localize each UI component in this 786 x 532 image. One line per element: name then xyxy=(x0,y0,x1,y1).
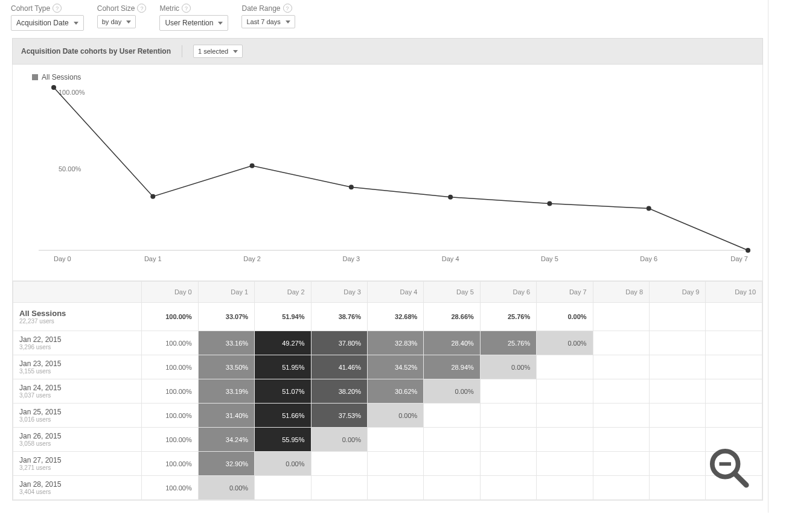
cohort-type-dropdown[interactable]: Acquisition Date xyxy=(11,15,84,31)
retention-cell xyxy=(650,379,706,404)
summary-row: All Sessions22,237 users100.00%33.07%51.… xyxy=(13,303,762,331)
table-row: Jan 22, 20153,296 users100.00%33.16%49.2… xyxy=(13,331,762,355)
x-tick: Day 1 xyxy=(144,255,162,262)
table-row: Jan 23, 20153,155 users100.00%33.50%51.9… xyxy=(13,355,762,379)
retention-cell: 31.40% xyxy=(198,404,254,428)
table-header-day: Day 6 xyxy=(480,282,536,303)
x-tick: Day 7 xyxy=(730,255,748,262)
retention-cell xyxy=(650,476,706,500)
table-row: Jan 28, 20153,404 users100.00%0.00% xyxy=(13,476,762,500)
date-range-dropdown[interactable]: Last 7 days xyxy=(241,15,295,28)
series-selector-dropdown[interactable]: 1 selected xyxy=(193,45,243,58)
help-icon[interactable]: ? xyxy=(137,4,146,13)
retention-cell: 100.00% xyxy=(142,476,198,500)
retention-cell xyxy=(480,404,536,428)
retention-cell xyxy=(367,476,423,500)
retention-cell: 41.46% xyxy=(311,355,367,379)
retention-cell: 25.76% xyxy=(480,331,536,355)
data-point xyxy=(150,194,155,199)
retention-cell: 49.27% xyxy=(255,331,311,355)
retention-cell: 32.68% xyxy=(367,303,423,331)
retention-cell xyxy=(706,404,762,428)
help-icon[interactable]: ? xyxy=(283,4,292,13)
retention-cell xyxy=(255,476,311,500)
retention-cell: 0.00% xyxy=(255,452,311,476)
retention-cell xyxy=(706,355,762,379)
retention-cell: 0.00% xyxy=(424,379,480,404)
retention-cell xyxy=(706,428,762,452)
report-header: Acquisition Date cohorts by User Retenti… xyxy=(12,38,763,65)
retention-cell xyxy=(650,303,706,331)
cohort-size-dropdown[interactable]: by day xyxy=(97,15,136,28)
x-tick: Day 4 xyxy=(442,255,459,262)
retention-cell xyxy=(706,379,762,404)
cohort-type-label: Cohort Type xyxy=(11,4,50,13)
x-tick: Day 5 xyxy=(541,255,558,262)
chart-legend: All Sessions xyxy=(32,73,752,81)
retention-cell xyxy=(424,452,480,476)
help-icon[interactable]: ? xyxy=(182,4,191,13)
retention-cell xyxy=(650,452,706,476)
retention-cell: 55.95% xyxy=(255,428,311,452)
x-tick: Day 2 xyxy=(243,255,261,262)
retention-cell: 37.80% xyxy=(311,331,367,355)
metric-label: Metric xyxy=(159,4,179,13)
retention-cell: 33.16% xyxy=(198,331,254,355)
retention-cell xyxy=(480,428,536,452)
retention-cell: 33.50% xyxy=(198,355,254,379)
retention-cell xyxy=(650,404,706,428)
table-header-day: Day 2 xyxy=(255,282,311,303)
table-header-day: Day 0 xyxy=(142,282,198,303)
retention-cell xyxy=(650,331,706,355)
retention-cell: 28.40% xyxy=(424,331,480,355)
retention-cell: 0.00% xyxy=(198,476,254,500)
retention-cell xyxy=(593,379,649,404)
row-label: Jan 27, 20153,271 users xyxy=(13,452,142,476)
retention-cell: 37.53% xyxy=(311,404,367,428)
row-label: Jan 22, 20153,296 users xyxy=(13,331,142,355)
table-header-day: Day 4 xyxy=(367,282,423,303)
data-point xyxy=(250,163,255,168)
retention-cell xyxy=(537,476,593,500)
data-point xyxy=(51,85,56,90)
retention-cell xyxy=(367,452,423,476)
retention-cell: 100.00% xyxy=(142,303,198,331)
retention-cell xyxy=(706,331,762,355)
retention-cell: 0.00% xyxy=(537,303,593,331)
retention-cell: 51.95% xyxy=(255,355,311,379)
retention-cell xyxy=(706,452,762,476)
table-header-day: Day 9 xyxy=(650,282,706,303)
y-tick-50: 50.00% xyxy=(59,165,81,173)
retention-cell: 100.00% xyxy=(142,452,198,476)
retention-cell: 100.00% xyxy=(142,379,198,404)
data-point xyxy=(448,195,453,200)
cohort-size-label: Cohort Size xyxy=(97,4,135,13)
retention-cell xyxy=(367,428,423,452)
chevron-down-icon xyxy=(74,22,78,25)
retention-cell: 25.76% xyxy=(480,303,536,331)
metric-dropdown[interactable]: User Retention xyxy=(159,15,228,31)
chevron-down-icon xyxy=(218,22,223,25)
table-row: Jan 26, 20153,058 users100.00%34.24%55.9… xyxy=(13,428,762,452)
retention-cell xyxy=(311,476,367,500)
retention-cell xyxy=(480,452,536,476)
retention-cell xyxy=(593,428,649,452)
row-label: Jan 25, 20153,016 users xyxy=(13,404,142,428)
chevron-down-icon xyxy=(286,21,290,24)
retention-chart: All Sessions 100.00%50.00%Day 0Day 1Day … xyxy=(12,65,763,281)
help-icon[interactable]: ? xyxy=(53,4,62,13)
table-header-day: Day 7 xyxy=(537,282,593,303)
legend-swatch xyxy=(32,74,38,80)
retention-cell xyxy=(537,355,593,379)
retention-cell: 100.00% xyxy=(142,331,198,355)
retention-cell: 51.94% xyxy=(255,303,311,331)
data-point xyxy=(349,185,354,189)
data-point xyxy=(647,206,651,211)
report-title: Acquisition Date cohorts by User Retenti… xyxy=(21,47,171,55)
retention-cell xyxy=(706,303,762,331)
retention-cell: 100.00% xyxy=(142,355,198,379)
retention-cell: 28.94% xyxy=(424,355,480,379)
row-label: Jan 28, 20153,404 users xyxy=(13,476,142,500)
retention-cell: 34.52% xyxy=(367,355,423,379)
retention-cell xyxy=(593,404,649,428)
